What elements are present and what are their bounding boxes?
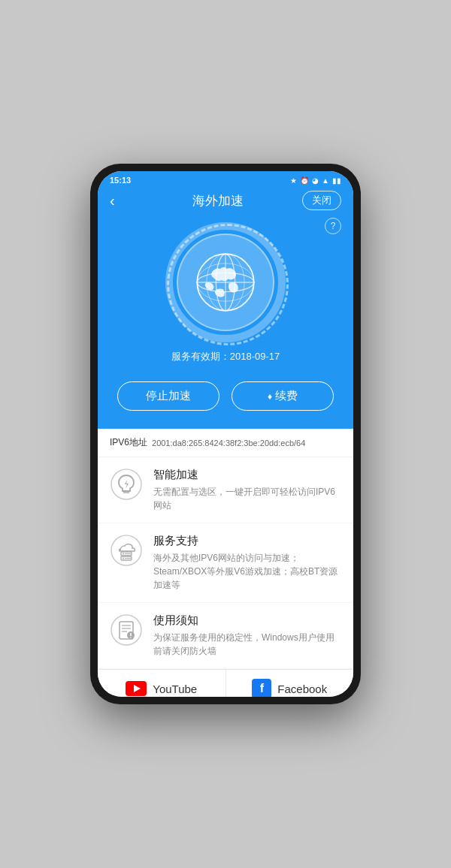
ipv6-row: IPV6地址 2001:da8:265:8424:38f2:3be:20dd:e… bbox=[98, 429, 353, 457]
usage-notice-icon bbox=[110, 613, 143, 646]
svg-point-15 bbox=[123, 558, 124, 559]
feature-item-smart-acceleration: 智能加速 无需配置与选区，一键开启即可轻松访问IPV6网站 bbox=[98, 457, 353, 523]
renew-icon: ♦ bbox=[268, 391, 272, 402]
action-buttons: 停止加速 ♦ 续费 bbox=[110, 381, 341, 411]
wifi-icon: ◕ bbox=[312, 176, 319, 185]
page-title: 海外加速 bbox=[192, 192, 244, 209]
alarm-icon: ⏰ bbox=[300, 176, 309, 185]
svg-point-4 bbox=[207, 254, 244, 311]
facebook-label: Facebook bbox=[277, 683, 327, 695]
globe-icon bbox=[192, 249, 259, 316]
feature-list: 智能加速 无需配置与选区，一键开启即可轻松访问IPV6网站 bbox=[98, 457, 353, 669]
svg-point-1 bbox=[197, 273, 254, 291]
youtube-play-icon bbox=[134, 685, 141, 692]
feature-item-usage-notice: 使用须知 为保证服务使用的稳定性，Windows用户使用前请关闭防火墙 bbox=[98, 603, 353, 669]
facebook-icon: f bbox=[252, 679, 271, 697]
feature-text-service: 服务支持 海外及其他IPV6网站的访问与加速；Steam/XBOX等外服V6游戏… bbox=[153, 534, 341, 592]
help-button[interactable]: ? bbox=[325, 218, 341, 234]
status-bar: 15:13 ★ ⏰ ◕ ▲ ▮▮ bbox=[98, 171, 353, 188]
bottom-bar: YouTube f Facebook bbox=[98, 669, 353, 697]
youtube-link[interactable]: YouTube bbox=[98, 670, 226, 697]
youtube-label: YouTube bbox=[153, 683, 197, 695]
facebook-link[interactable]: f Facebook bbox=[226, 670, 354, 697]
close-button[interactable]: 关闭 bbox=[302, 191, 341, 210]
service-date: 服务有效期：2018-09-17 bbox=[171, 350, 280, 363]
youtube-icon bbox=[126, 681, 147, 696]
svg-point-17 bbox=[111, 615, 141, 645]
feature-title-smart: 智能加速 bbox=[153, 468, 341, 482]
battery-icon: ▮▮ bbox=[332, 176, 341, 185]
globe-container: ? bbox=[110, 218, 341, 371]
phone-screen: 15:13 ★ ⏰ ◕ ▲ ▮▮ ‹ 海外加速 关闭 ? bbox=[98, 171, 353, 697]
renew-label: 续费 bbox=[275, 389, 298, 403]
status-time: 15:13 bbox=[110, 176, 131, 185]
feature-item-service-support: 服务支持 海外及其他IPV6网站的访问与加速；Steam/XBOX等外服V6游戏… bbox=[98, 523, 353, 603]
smart-acceleration-icon bbox=[110, 468, 143, 501]
header-area: ‹ 海外加速 关闭 ? bbox=[98, 188, 353, 429]
service-support-icon bbox=[110, 534, 143, 567]
globe-ring bbox=[165, 222, 286, 342]
back-button[interactable]: ‹ bbox=[110, 192, 134, 209]
svg-point-12 bbox=[123, 553, 124, 555]
stop-acceleration-button[interactable]: 停止加速 bbox=[117, 381, 219, 411]
svg-point-24 bbox=[130, 637, 132, 638]
feature-text-notice: 使用须知 为保证服务使用的稳定性，Windows用户使用前请关闭防火墙 bbox=[153, 613, 341, 658]
feature-desc-smart: 无需配置与选区，一键开启即可轻松访问IPV6网站 bbox=[153, 485, 341, 512]
content-area: IPV6地址 2001:da8:265:8424:38f2:3be:20dd:e… bbox=[98, 429, 353, 697]
phone-frame: 15:13 ★ ⏰ ◕ ▲ ▮▮ ‹ 海外加速 关闭 ? bbox=[90, 164, 361, 704]
svg-point-3 bbox=[216, 254, 235, 311]
ipv6-value: 2001:da8:265:8424:38f2:3be:20dd:ecb/64 bbox=[152, 439, 305, 448]
feature-text-smart: 智能加速 无需配置与选区，一键开启即可轻松访问IPV6网站 bbox=[153, 468, 341, 512]
svg-point-10 bbox=[111, 535, 141, 565]
feature-title-notice: 使用须知 bbox=[153, 613, 341, 628]
nav-bar: ‹ 海外加速 关闭 bbox=[110, 188, 341, 218]
feature-title-service: 服务支持 bbox=[153, 534, 341, 548]
feature-desc-service: 海外及其他IPV6网站的访问与加速；Steam/XBOX等外服V6游戏加速；高校… bbox=[153, 551, 341, 592]
svg-point-0 bbox=[197, 254, 254, 311]
renew-button[interactable]: ♦ 续费 bbox=[232, 381, 334, 411]
ipv6-label: IPV6地址 bbox=[110, 436, 147, 449]
globe-inner bbox=[177, 234, 274, 331]
signal-icon: ▲ bbox=[322, 176, 329, 185]
svg-point-2 bbox=[197, 264, 254, 301]
feature-desc-notice: 为保证服务使用的稳定性，Windows用户使用前请关闭防火墙 bbox=[153, 631, 341, 658]
status-icons: ★ ⏰ ◕ ▲ ▮▮ bbox=[290, 176, 341, 185]
bluetooth-icon: ★ bbox=[290, 176, 297, 185]
